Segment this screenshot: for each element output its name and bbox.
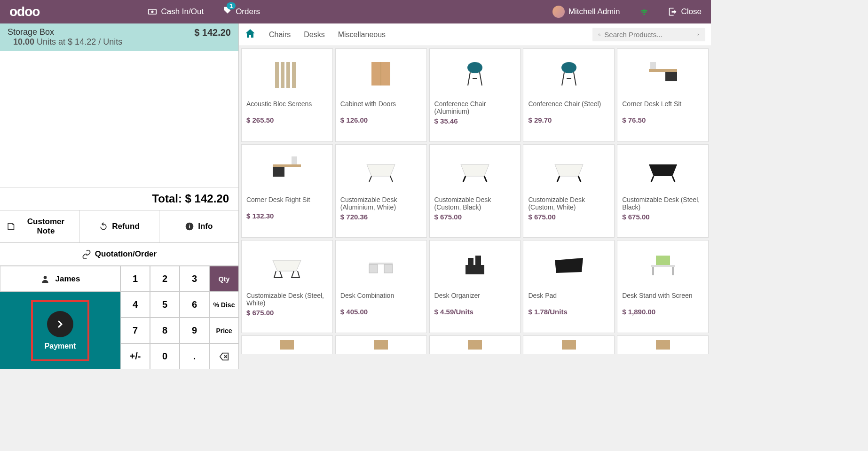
svg-point-4: [43, 276, 47, 279]
svg-point-12: [467, 62, 482, 73]
search-box[interactable]: [592, 28, 705, 41]
cash-in-out-button[interactable]: Cash In/Out: [138, 0, 213, 23]
product-card[interactable]: Customizable Desk (Aluminium, White) $ 7…: [335, 144, 427, 238]
product-price: $ 675.00: [617, 212, 708, 225]
svg-rect-15: [665, 72, 677, 81]
numpad-8[interactable]: 8: [150, 318, 180, 343]
numpad-4[interactable]: 4: [120, 292, 150, 318]
product-card[interactable]: [241, 335, 333, 354]
svg-rect-20: [369, 263, 393, 264]
product-card[interactable]: [429, 335, 521, 354]
search-input[interactable]: [604, 31, 694, 39]
product-image: [430, 241, 521, 290]
svg-rect-33: [562, 340, 576, 350]
product-card[interactable]: Corner Desk Left Sit $ 76.50: [617, 48, 709, 142]
numpad-2[interactable]: 2: [150, 266, 180, 292]
svg-rect-34: [656, 340, 670, 350]
category-desks[interactable]: Desks: [304, 31, 324, 39]
payment-button[interactable]: Payment: [0, 292, 120, 369]
product-image: [336, 145, 426, 194]
numpad-5[interactable]: 5: [150, 292, 180, 318]
product-price: $ 720.36: [336, 212, 426, 225]
category-misc[interactable]: Miscellaneous: [338, 31, 386, 39]
product-price: $ 405.00: [336, 307, 426, 319]
backspace-icon: [219, 351, 229, 362]
svg-rect-8: [286, 62, 290, 88]
product-price: $ 675.00: [242, 308, 332, 320]
numpad-plusminus[interactable]: +/-: [120, 343, 150, 369]
search-icon: [598, 31, 600, 39]
svg-rect-32: [468, 340, 482, 350]
numpad-6[interactable]: 6: [180, 292, 209, 318]
orders-button[interactable]: 1 Orders: [213, 0, 269, 23]
svg-rect-19: [292, 156, 297, 164]
logo[interactable]: odoo: [0, 4, 49, 19]
home-icon[interactable]: [245, 28, 256, 42]
product-price: $ 1,890.00: [617, 307, 708, 319]
product-card[interactable]: Desk Pad $ 1.78/Units: [523, 240, 615, 334]
product-name: Desk Pad: [523, 290, 614, 307]
product-price: $ 675.00: [430, 212, 521, 225]
mode-disc-button[interactable]: % Disc: [209, 292, 239, 318]
product-card[interactable]: Corner Desk Right Sit $ 132.30: [241, 144, 333, 238]
product-card[interactable]: Desk Stand with Screen $ 1,890.00: [617, 240, 709, 334]
product-name: Conference Chair (Aluminium): [430, 98, 521, 116]
product-card[interactable]: [617, 335, 709, 354]
mode-qty-button[interactable]: Qty: [209, 266, 239, 292]
numpad-3[interactable]: 3: [180, 266, 209, 292]
product-price: $ 265.50: [242, 115, 332, 128]
mode-price-button[interactable]: Price: [209, 318, 239, 343]
user-menu[interactable]: Mitchell Admin: [543, 0, 630, 23]
close-button[interactable]: Close: [659, 0, 711, 23]
product-price: $ 1.78/Units: [523, 307, 614, 319]
customer-button[interactable]: James: [0, 266, 120, 292]
avatar: [552, 6, 565, 18]
product-card[interactable]: Acoustic Bloc Screens $ 265.50: [241, 48, 333, 142]
product-card[interactable]: Customizable Desk (Custom, White) $ 675.…: [523, 144, 615, 238]
svg-rect-26: [651, 265, 675, 267]
svg-rect-29: [672, 267, 674, 275]
order-total: Total: $ 142.20: [0, 187, 238, 210]
product-name: Corner Desk Left Sit: [617, 98, 708, 115]
product-image: [430, 145, 521, 194]
customer-note-button[interactable]: Customer Note: [0, 210, 79, 242]
product-card[interactable]: Conference Chair (Steel) $ 29.70: [523, 48, 615, 142]
svg-rect-27: [656, 256, 670, 265]
numpad-1[interactable]: 1: [120, 266, 150, 292]
product-image: [430, 336, 521, 354]
clear-search-icon[interactable]: [697, 31, 700, 38]
note-icon: [7, 222, 16, 231]
svg-rect-23: [466, 265, 484, 274]
numpad-dot[interactable]: .: [180, 343, 209, 369]
refund-button[interactable]: Refund: [79, 210, 159, 242]
numpad-0[interactable]: 0: [150, 343, 180, 369]
order-line[interactable]: Storage Box 10.00 Units at $ 14.22 / Uni…: [0, 23, 238, 51]
product-card[interactable]: Cabinet with Doors $ 126.00: [335, 48, 427, 142]
product-card[interactable]: Customizable Desk (Steel, White) $ 675.0…: [241, 240, 333, 334]
category-chairs[interactable]: Chairs: [269, 31, 291, 39]
numpad-9[interactable]: 9: [180, 318, 209, 343]
product-card[interactable]: Customizable Desk (Steel, Black) $ 675.0…: [617, 144, 709, 238]
product-name: Customizable Desk (Custom, White): [523, 194, 614, 212]
product-card[interactable]: [335, 335, 427, 354]
svg-rect-24: [468, 258, 473, 265]
svg-rect-6: [275, 62, 279, 88]
orders-badge: 1: [227, 2, 236, 9]
product-name: Corner Desk Right Sit: [242, 194, 332, 211]
product-image: [336, 241, 426, 290]
product-card[interactable]: Customizable Desk (Custom, Black) $ 675.…: [429, 144, 521, 238]
product-name: Acoustic Bloc Screens: [242, 98, 332, 115]
info-button[interactable]: i Info: [159, 210, 238, 242]
user-icon: [40, 274, 50, 284]
product-card[interactable]: Conference Chair (Aluminium) $ 35.46: [429, 48, 521, 142]
numpad-7[interactable]: 7: [120, 318, 150, 343]
product-image: [523, 336, 614, 354]
product-name: Conference Chair (Steel): [523, 98, 614, 115]
product-image: [242, 145, 332, 194]
numpad-backspace[interactable]: [209, 343, 239, 369]
product-card[interactable]: Desk Organizer $ 4.59/Units: [429, 240, 521, 334]
quotation-order-button[interactable]: Quotation/Order: [0, 243, 238, 265]
product-card[interactable]: Desk Combination $ 405.00: [335, 240, 427, 334]
orderline-detail: 10.00 Units at $ 14.22 / Units: [8, 37, 122, 47]
product-card[interactable]: [523, 335, 615, 354]
